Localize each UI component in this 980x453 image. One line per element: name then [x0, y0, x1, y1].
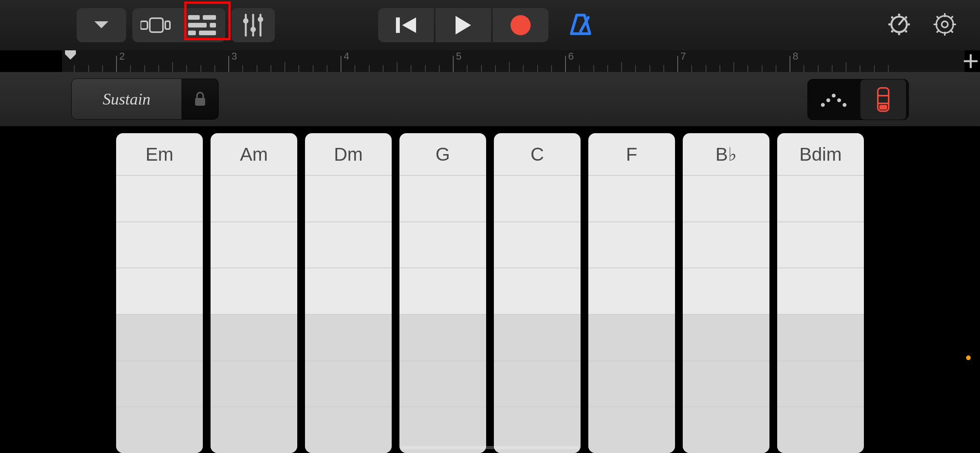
- sustain-lock-button[interactable]: [182, 79, 219, 120]
- svg-point-26: [905, 30, 907, 33]
- svg-point-43: [832, 94, 836, 98]
- settings-button[interactable]: [933, 12, 957, 38]
- chord-strip[interactable]: Em: [116, 133, 203, 453]
- chord-cell[interactable]: [211, 315, 297, 361]
- svg-rect-7: [188, 31, 196, 35]
- view-mode-segmented: [132, 8, 225, 42]
- chord-cell[interactable]: [305, 361, 392, 408]
- chord-cell[interactable]: [588, 268, 675, 315]
- chord-cell[interactable]: [494, 176, 581, 222]
- chord-cell[interactable]: [211, 176, 297, 222]
- play-button[interactable]: [435, 8, 491, 42]
- svg-line-36: [950, 16, 953, 19]
- chord-cell[interactable]: [399, 361, 486, 408]
- chord-strip[interactable]: B♭: [683, 133, 769, 453]
- track-controls-button[interactable]: [231, 8, 275, 42]
- record-button[interactable]: [493, 8, 548, 42]
- chord-cell[interactable]: [494, 222, 581, 269]
- chord-cell[interactable]: [777, 268, 864, 315]
- add-track-button[interactable]: [961, 52, 980, 70]
- chord-cell[interactable]: [399, 268, 486, 315]
- ruler-bar-label: 8: [793, 50, 798, 62]
- chord-cell[interactable]: [683, 176, 769, 222]
- chord-cell[interactable]: [494, 268, 581, 315]
- chord-cell[interactable]: [683, 361, 769, 408]
- transport-controls: [378, 0, 602, 50]
- right-toolbar-group: [887, 0, 957, 50]
- chord-cell[interactable]: [305, 176, 392, 222]
- svg-point-16: [511, 15, 531, 35]
- chord-cell[interactable]: [683, 407, 769, 453]
- chord-strip[interactable]: Bdim: [777, 133, 864, 453]
- chord-strip[interactable]: F: [588, 133, 675, 453]
- chord-cell[interactable]: [211, 268, 297, 315]
- svg-rect-8: [199, 31, 216, 35]
- ruler-bar-label: 6: [568, 50, 574, 62]
- arpeggiator-icon: [819, 91, 847, 108]
- svg-point-24: [905, 16, 907, 19]
- track-dropdown-button[interactable]: [77, 8, 126, 42]
- chord-cell[interactable]: [211, 361, 297, 408]
- chord-cell[interactable]: [116, 268, 203, 315]
- sustain-button[interactable]: Sustain: [71, 79, 182, 120]
- sustain-label: Sustain: [103, 90, 151, 108]
- view-tracks-button[interactable]: [179, 8, 225, 42]
- svg-rect-15: [396, 17, 400, 33]
- chord-cell[interactable]: [116, 315, 203, 361]
- chord-cell[interactable]: [116, 361, 203, 408]
- timeline-ruler[interactable]: 2345678: [62, 50, 965, 72]
- chord-cell[interactable]: [116, 222, 203, 269]
- arpeggiator-mode-button[interactable]: [808, 79, 858, 120]
- svg-point-42: [826, 98, 830, 102]
- chord-cell[interactable]: [305, 222, 392, 269]
- chord-cell[interactable]: [588, 222, 675, 269]
- chord-cell[interactable]: [399, 176, 486, 222]
- chord-cell[interactable]: [211, 407, 297, 453]
- chord-cell[interactable]: [777, 222, 864, 269]
- chord-cell[interactable]: [777, 315, 864, 361]
- chord-cell[interactable]: [588, 407, 675, 453]
- chord-label: Em: [116, 133, 203, 176]
- svg-rect-5: [188, 23, 207, 27]
- svg-point-12: [243, 18, 248, 24]
- svg-point-21: [888, 23, 891, 26]
- info-button[interactable]: [887, 12, 911, 38]
- svg-point-14: [258, 17, 263, 22]
- chord-cell[interactable]: [211, 222, 297, 269]
- svg-line-35: [950, 30, 953, 33]
- svg-point-44: [837, 98, 841, 102]
- chord-cell[interactable]: [399, 222, 486, 269]
- chord-cell[interactable]: [116, 407, 203, 453]
- go-to-start-button[interactable]: [378, 8, 434, 42]
- chord-cell[interactable]: [305, 268, 392, 315]
- chord-cell[interactable]: [399, 315, 486, 361]
- chord-cell[interactable]: [683, 222, 769, 269]
- svg-rect-6: [210, 23, 216, 27]
- chord-cell[interactable]: [588, 315, 675, 361]
- ruler-bar-label: 5: [456, 50, 461, 62]
- chord-strip[interactable]: C: [494, 133, 581, 453]
- chord-cell[interactable]: [305, 407, 392, 453]
- chord-cell[interactable]: [777, 407, 864, 453]
- chord-strips-mode-button[interactable]: [860, 79, 906, 120]
- view-instrument-button[interactable]: [132, 8, 179, 42]
- play-icon: [454, 15, 473, 35]
- chord-strip[interactable]: Dm: [305, 133, 392, 453]
- chord-cell[interactable]: [777, 361, 864, 408]
- chord-cell[interactable]: [777, 176, 864, 222]
- chord-cell[interactable]: [588, 176, 675, 222]
- chord-cell[interactable]: [494, 315, 581, 361]
- chord-strip[interactable]: G: [399, 133, 486, 453]
- metronome-button[interactable]: [559, 8, 602, 42]
- svg-rect-4: [203, 15, 216, 20]
- chord-strip[interactable]: Am: [211, 133, 297, 453]
- chord-cell[interactable]: [588, 361, 675, 408]
- svg-point-22: [908, 23, 910, 26]
- chord-label: Am: [211, 133, 297, 176]
- skip-back-icon: [394, 16, 418, 34]
- chord-cell[interactable]: [116, 176, 203, 222]
- chord-cell[interactable]: [683, 315, 769, 361]
- chord-cell[interactable]: [305, 315, 392, 361]
- chord-cell[interactable]: [683, 268, 769, 315]
- chord-cell[interactable]: [494, 361, 581, 408]
